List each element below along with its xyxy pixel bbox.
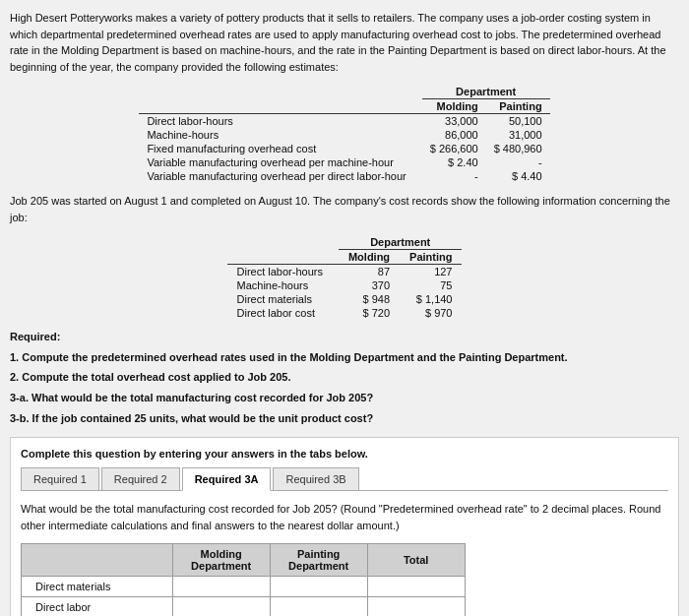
painting-input-cell[interactable]	[270, 577, 367, 597]
molding-input[interactable]	[187, 601, 256, 613]
required-item: 3-b. If the job contained 25 units, what…	[10, 409, 679, 428]
estimates-row: Fixed manufacturing overhead cost $ 266,…	[139, 142, 549, 155]
total-input[interactable]	[382, 601, 451, 613]
job-dept-header: Department	[339, 235, 463, 250]
molding-value: 370	[339, 278, 400, 292]
total-input-cell[interactable]	[367, 577, 465, 597]
tab-required-3a[interactable]: Required 3A	[182, 467, 272, 491]
painting-value: $ 4.40	[486, 169, 550, 183]
answer-row: Direct labor	[22, 597, 466, 616]
painting-header: Painting	[486, 99, 550, 114]
estimates-table: Department Molding Painting Direct labor…	[139, 85, 549, 183]
dept-header: Department	[422, 85, 550, 99]
required-section: Required: 1. Compute the predetermined o…	[10, 328, 679, 427]
molding-input-cell[interactable]	[172, 577, 270, 597]
painting-value: $ 480,960	[486, 142, 550, 155]
painting-value: $ 1,140	[400, 292, 462, 306]
row-label: Machine-hours	[139, 128, 421, 142]
required-title: Required:	[10, 328, 679, 346]
painting-input-cell[interactable]	[270, 597, 367, 616]
estimates-row: Direct labor-hours 33,000 50,100	[139, 114, 549, 129]
complete-title: Complete this question by entering your …	[21, 448, 668, 460]
required-item: 2. Compute the total overhead cost appli…	[10, 368, 679, 387]
job-intro-text: Job 205 was started on August 1 and comp…	[10, 193, 679, 225]
row-label: Direct labor cost	[227, 306, 339, 320]
painting-input[interactable]	[284, 601, 353, 613]
required-item: 1. Compute the predetermined overhead ra…	[10, 348, 679, 367]
col-header-total: Total	[367, 544, 465, 577]
answer-table: MoldingDepartment PaintingDepartment Tot…	[21, 543, 466, 616]
painting-value: 50,100	[486, 114, 550, 129]
painting-value: 75	[400, 278, 462, 292]
job-row: Direct labor-hours 87 127	[227, 265, 463, 279]
molding-value: $ 2.40	[422, 155, 486, 169]
tabs-row: Required 1Required 2Required 3ARequired …	[21, 467, 668, 491]
total-input[interactable]	[382, 581, 451, 592]
painting-value: -	[486, 155, 550, 169]
molding-value: 87	[339, 265, 400, 279]
job-row: Direct materials $ 948 $ 1,140	[227, 292, 463, 306]
col-header-label	[22, 544, 173, 577]
tab-required-3b[interactable]: Required 3B	[273, 467, 358, 490]
molding-value: -	[422, 169, 486, 183]
job-table-wrapper: Department Molding Painting Direct labor…	[10, 235, 679, 320]
answer-row-label: Direct labor	[22, 597, 173, 616]
row-label: Direct materials	[227, 292, 339, 306]
estimates-row: Variable manufacturing overhead per dire…	[139, 169, 549, 183]
molding-value: $ 720	[339, 306, 400, 320]
job-table: Department Molding Painting Direct labor…	[227, 235, 463, 320]
painting-value: $ 970	[400, 306, 462, 320]
estimates-row: Variable manufacturing overhead per mach…	[139, 155, 549, 169]
question-text: What would be the total manufacturing co…	[21, 501, 668, 533]
job-molding-header: Molding	[339, 250, 400, 265]
row-label: Variable manufacturing overhead per dire…	[139, 169, 421, 183]
molding-input[interactable]	[187, 581, 256, 592]
tab-required-2[interactable]: Required 2	[101, 467, 180, 490]
row-label: Direct labor-hours	[139, 114, 421, 129]
tab-required-1[interactable]: Required 1	[21, 467, 99, 490]
job-row: Direct labor cost $ 720 $ 970	[227, 306, 463, 320]
col-header-painting: PaintingDepartment	[270, 544, 367, 577]
painting-input[interactable]	[284, 581, 353, 592]
total-input-cell[interactable]	[367, 597, 465, 616]
painting-value: 31,000	[486, 128, 550, 142]
complete-box: Complete this question by entering your …	[10, 437, 679, 616]
molding-header: Molding	[422, 99, 486, 114]
col-header-molding: MoldingDepartment	[172, 544, 270, 577]
estimates-table-wrapper: Department Molding Painting Direct labor…	[10, 85, 679, 183]
intro-text: High Desert Potteryworks makes a variety…	[10, 10, 679, 75]
molding-value: $ 266,600	[422, 142, 486, 155]
row-label: Direct labor-hours	[227, 265, 339, 279]
estimates-row: Machine-hours 86,000 31,000	[139, 128, 549, 142]
molding-value: 33,000	[422, 114, 486, 129]
job-row: Machine-hours 370 75	[227, 278, 463, 292]
molding-value: 86,000	[422, 128, 486, 142]
answer-row: Direct materials	[22, 577, 466, 597]
required-item: 3-a. What would be the total manufacturi…	[10, 389, 679, 407]
row-label: Fixed manufacturing overhead cost	[139, 142, 421, 155]
job-painting-header: Painting	[400, 250, 462, 265]
molding-input-cell[interactable]	[172, 597, 270, 616]
row-label: Machine-hours	[227, 278, 339, 292]
molding-value: $ 948	[339, 292, 400, 306]
row-label: Variable manufacturing overhead per mach…	[139, 155, 421, 169]
painting-value: 127	[400, 265, 462, 279]
answer-row-label: Direct materials	[22, 577, 173, 597]
